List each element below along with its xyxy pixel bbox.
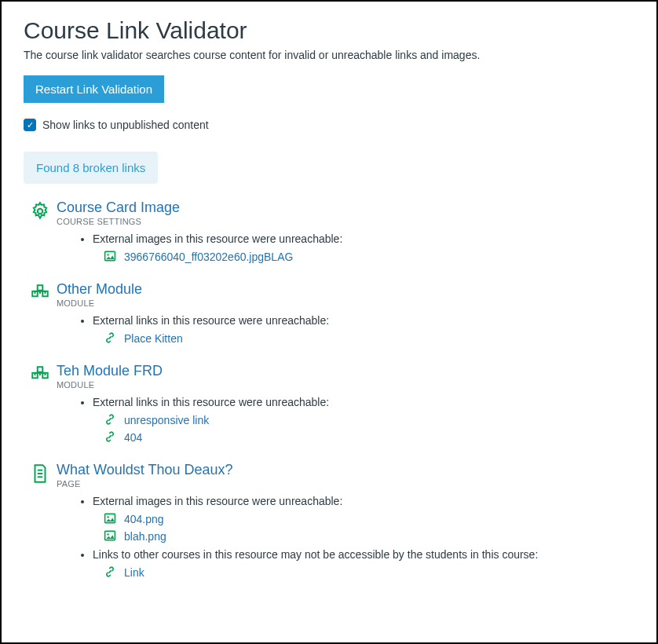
gear-icon (30, 199, 57, 269)
link-icon (104, 565, 118, 580)
issue-list: External links in this resource were unr… (93, 314, 634, 346)
issue-links: Link (104, 565, 634, 580)
issue-links: Place Kitten (104, 331, 634, 346)
result-item: Teh Module FRDModuleExternal links in th… (30, 363, 634, 449)
restart-link-validation-button[interactable]: Restart Link Validation (24, 75, 164, 103)
issue-list: External images in this resource were un… (93, 232, 634, 264)
issue-link: 3966766040_ff03202e60.jpgBLAG (104, 250, 634, 264)
broken-link[interactable]: 404 (124, 431, 142, 444)
issue-links: 404.pngblah.png (104, 512, 634, 543)
results-summary: Found 8 broken links (24, 152, 158, 184)
issue-link: 404.png (104, 512, 634, 526)
issue-link: blah.png (104, 529, 634, 543)
issue-link: unresponsive link (104, 413, 634, 427)
result-title[interactable]: Other Module (57, 281, 634, 298)
issue-link: Link (104, 565, 634, 580)
svg-point-23 (107, 533, 108, 535)
issue-list: External images in this resource were un… (93, 495, 634, 580)
issue-text: External links in this resource were unr… (93, 396, 329, 408)
issue-link: Place Kitten (104, 331, 634, 346)
broken-link[interactable]: Link (124, 566, 144, 579)
result-title[interactable]: What Wouldst Thou Deaux? (57, 462, 634, 478)
result-item: What Wouldst Thou Deaux?PageExternal ima… (30, 462, 634, 584)
broken-link[interactable]: blah.png (124, 530, 166, 543)
module-icon (30, 363, 57, 449)
result-subtitle: Module (57, 298, 634, 308)
link-icon (104, 331, 118, 346)
page-title: Course Link Validator (24, 17, 634, 44)
page-icon (30, 462, 57, 584)
result-item-body: Course Card ImageCourse SettingsExternal… (57, 199, 634, 269)
image-icon (104, 250, 118, 264)
link-icon (104, 430, 118, 445)
issue: External links in this resource were unr… (93, 396, 634, 445)
broken-link[interactable]: Place Kitten (124, 332, 183, 345)
broken-link[interactable]: unresponsive link (124, 414, 209, 426)
issue-links: 3966766040_ff03202e60.jpgBLAG (104, 250, 634, 264)
issue-text: Links to other courses in this resource … (93, 548, 538, 561)
result-item-body: What Wouldst Thou Deaux?PageExternal ima… (57, 462, 634, 584)
result-subtitle: Module (57, 380, 634, 390)
issue-text: External images in this resource were un… (93, 495, 342, 507)
svg-point-0 (38, 209, 43, 214)
svg-point-2 (107, 254, 108, 255)
image-icon (104, 529, 118, 543)
issue: External images in this resource were un… (93, 495, 634, 543)
link-icon (104, 413, 118, 427)
result-item-body: Teh Module FRDModuleExternal links in th… (57, 363, 634, 449)
result-item: Other ModuleModuleExternal links in this… (30, 281, 634, 350)
broken-link[interactable]: 3966766040_ff03202e60.jpgBLAG (124, 251, 293, 263)
svg-point-21 (107, 516, 108, 518)
issue-links: unresponsive link404 (104, 413, 634, 445)
page-description: The course link validator searches cours… (24, 49, 634, 61)
image-icon (104, 512, 118, 526)
issue: External images in this resource were un… (93, 232, 634, 264)
issue-text: External images in this resource were un… (93, 232, 342, 245)
issue-list: External links in this resource were unr… (93, 396, 634, 445)
svg-rect-12 (38, 367, 43, 372)
result-item: Course Card ImageCourse SettingsExternal… (30, 199, 634, 269)
result-title[interactable]: Teh Module FRD (57, 363, 634, 379)
result-subtitle: Page (57, 479, 634, 488)
result-item-body: Other ModuleModuleExternal links in this… (57, 281, 634, 350)
issue: Links to other courses in this resource … (93, 548, 634, 580)
issue: External links in this resource were unr… (93, 314, 634, 346)
issue-link: 404 (104, 430, 634, 445)
issue-text: External links in this resource were unr… (93, 314, 329, 327)
result-subtitle: Course Settings (57, 217, 634, 226)
show-unpublished-label: Show links to unpublished content (42, 119, 209, 131)
module-icon (30, 281, 57, 350)
svg-rect-5 (38, 285, 43, 291)
show-unpublished-checkbox[interactable] (24, 119, 36, 131)
result-title[interactable]: Course Card Image (57, 199, 634, 216)
broken-link[interactable]: 404.png (124, 513, 164, 525)
